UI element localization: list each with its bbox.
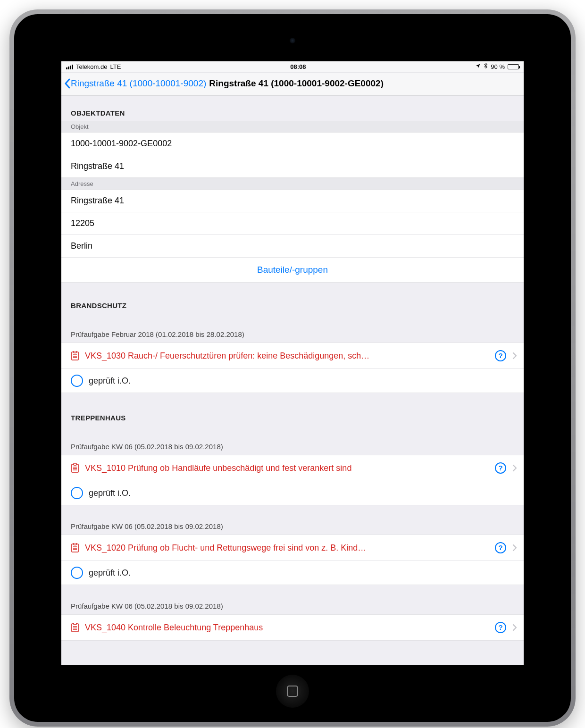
chevron-left-icon: [64, 78, 71, 89]
svg-text:?: ?: [498, 544, 502, 552]
task-row-vks1030[interactable]: VKS_1030 Rauch-/ Feuerschutztüren prüfen…: [61, 343, 524, 369]
document-icon: [71, 623, 79, 632]
content-scroll[interactable]: OBJEKTDATEN Objekt 1000-10001-9002-GE000…: [61, 96, 524, 664]
back-label: Ringstraße 41 (1000-10001-9002): [71, 78, 206, 89]
svg-rect-15: [74, 543, 76, 545]
chevron-right-icon: [512, 464, 517, 472]
task-period-label: Prüfaufgabe Februar 2018 (01.02.2018 bis…: [61, 313, 524, 343]
task-title: VKS_1040 Kontrolle Beleuchtung Treppenha…: [85, 623, 489, 633]
location-icon: [475, 63, 481, 70]
back-button[interactable]: Ringstraße 41 (1000-10001-9002): [64, 78, 206, 89]
field-value-objekt: 1000-10001-9002-GE0002: [61, 133, 524, 155]
svg-text:?: ?: [498, 464, 502, 472]
document-icon: [71, 463, 79, 473]
task-period-label: Prüfaufgabe KW 06 (05.02.2018 bis 09.02.…: [61, 426, 524, 455]
task-title: VKS_1030 Rauch-/ Feuerschutztüren prüfen…: [85, 351, 489, 361]
svg-rect-1: [74, 351, 76, 353]
tablet-frame: Telekom.de LTE 08:08 90 %: [9, 9, 576, 727]
bauteile-link[interactable]: Bauteile/-gruppen: [61, 257, 524, 283]
task-period-label: Prüfaufgabe KW 06 (05.02.2018 bis 09.02.…: [61, 585, 524, 615]
document-icon: [71, 543, 79, 552]
help-icon[interactable]: ?: [494, 350, 507, 362]
chevron-right-icon: [512, 624, 517, 631]
chevron-right-icon: [512, 544, 517, 552]
home-button[interactable]: [276, 675, 309, 708]
screen: Telekom.de LTE 08:08 90 %: [61, 61, 524, 665]
check-row-vks1030[interactable]: geprüft i.O.: [61, 369, 524, 393]
radio-unchecked-icon[interactable]: [71, 487, 83, 499]
battery-pct-label: 90 %: [491, 63, 505, 70]
task-row-vks1020[interactable]: VKS_1020 Prüfung ob Flucht- und Rettungs…: [61, 535, 524, 561]
check-row-vks1020[interactable]: geprüft i.O.: [61, 561, 524, 585]
bluetooth-icon: [484, 63, 488, 71]
radio-unchecked-icon[interactable]: [71, 375, 83, 387]
task-row-vks1010[interactable]: VKS_1010 Prüfung ob Handläufe unbeschädi…: [61, 455, 524, 481]
check-label: geprüft i.O.: [89, 376, 131, 386]
field-value-street: Ringstraße 41: [61, 155, 524, 178]
task-row-vks1040[interactable]: VKS_1040 Kontrolle Beleuchtung Treppenha…: [61, 614, 524, 641]
document-icon: [71, 351, 79, 360]
svg-rect-22: [74, 623, 76, 625]
section-header-objektdaten: OBJEKTDATEN: [61, 96, 524, 121]
camera: [290, 38, 295, 43]
help-icon[interactable]: ?: [494, 621, 507, 634]
task-title: VKS_1010 Prüfung ob Handläufe unbeschädi…: [85, 463, 489, 473]
network-label: LTE: [110, 63, 121, 70]
help-icon[interactable]: ?: [494, 462, 507, 474]
bauteile-link-label: Bauteile/-gruppen: [257, 265, 328, 275]
carrier-label: Telekom.de: [76, 63, 107, 70]
signal-icon: [66, 65, 73, 69]
svg-text:?: ?: [498, 351, 502, 360]
field-value-adr-street: Ringstraße 41: [61, 190, 524, 212]
svg-text:?: ?: [498, 623, 502, 631]
field-value-city: Berlin: [61, 235, 524, 258]
radio-unchecked-icon[interactable]: [71, 567, 83, 579]
section-header-treppenhaus: TREPPENHAUS: [61, 393, 524, 426]
nav-bar: Ringstraße 41 (1000-10001-9002) Ringstra…: [61, 73, 524, 96]
svg-rect-8: [74, 463, 76, 465]
clock-label: 08:08: [290, 63, 306, 70]
task-title: VKS_1020 Prüfung ob Flucht- und Rettungs…: [85, 543, 489, 553]
field-label-adresse: Adresse: [61, 178, 524, 189]
status-bar: Telekom.de LTE 08:08 90 %: [61, 61, 524, 73]
battery-icon: [508, 64, 519, 69]
check-label: geprüft i.O.: [89, 568, 131, 578]
field-label-objekt: Objekt: [61, 121, 524, 132]
check-label: geprüft i.O.: [89, 488, 131, 498]
field-value-plz: 12205: [61, 212, 524, 235]
page-title: Ringstraße 41 (1000-10001-9002-GE0002): [209, 78, 384, 89]
help-icon[interactable]: ?: [494, 542, 507, 554]
chevron-right-icon: [512, 352, 517, 360]
check-row-vks1010[interactable]: geprüft i.O.: [61, 481, 524, 505]
section-header-brandschutz: BRANDSCHUTZ: [61, 283, 524, 313]
task-period-label: Prüfaufgabe KW 06 (05.02.2018 bis 09.02.…: [61, 505, 524, 535]
